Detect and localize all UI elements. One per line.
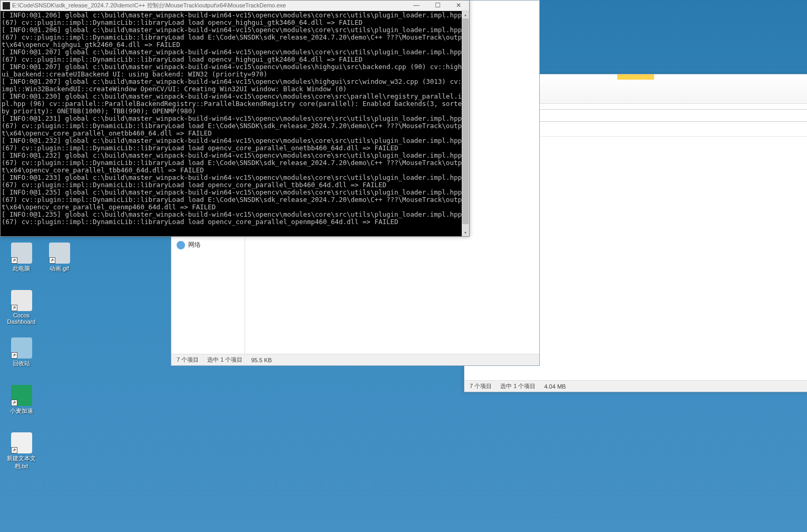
icon-label: 回收站: [4, 360, 38, 367]
desktop-icon[interactable]: ↗此电脑: [4, 243, 38, 273]
console-scrollbar[interactable]: ▴▾: [462, 11, 469, 236]
app-icon: ↗: [11, 432, 32, 453]
maximize-button[interactable]: ☐: [427, 1, 448, 11]
minimize-button[interactable]: —: [406, 1, 427, 11]
console-text: [ INFO:0@1.206] global c:\build\master_w…: [2, 11, 469, 226]
shortcut-icon: ↗: [11, 257, 17, 264]
network-icon: [177, 241, 185, 249]
desktop-icon[interactable]: ↗回收站: [4, 337, 38, 367]
shortcut-icon: ↗: [11, 352, 17, 359]
status-items: 7 个项目: [177, 356, 199, 364]
nav-item-network[interactable]: 网络: [174, 239, 241, 250]
scroll-down-icon[interactable]: ▾: [462, 229, 469, 236]
app-icon: ↗: [49, 243, 70, 264]
shortcut-icon: ↗: [49, 257, 55, 264]
scroll-thumb[interactable]: [462, 18, 469, 224]
cmd-icon: [3, 2, 10, 9]
status-bar-left: 7 个项目 选中 1 个项目 95.5 KB: [171, 354, 539, 365]
close-button[interactable]: ✕: [448, 1, 469, 11]
status-size: 95.5 KB: [251, 357, 271, 363]
nav-item-label: 网络: [188, 240, 201, 249]
status-size: 4.04 MB: [544, 383, 566, 390]
desktop-icon[interactable]: ↗Cocos Dashboard: [4, 290, 38, 325]
file-pane-left[interactable]: [245, 237, 539, 354]
status-selected: 选中 1 个项目: [500, 382, 536, 390]
icon-label: Cocos Dashboard: [4, 312, 38, 325]
shortcut-icon: ↗: [11, 400, 17, 406]
status-bar-right: 7 个项目 选中 1 个项目 4.04 MB: [464, 380, 807, 392]
desktop-icon[interactable]: ↗动画.gif: [42, 243, 76, 273]
scroll-up-icon[interactable]: ▴: [462, 11, 469, 18]
console-window[interactable]: E:\Code\SNSDK\sdk_release_2024.7.20\demo…: [0, 0, 470, 237]
icon-label: 此电脑: [4, 265, 38, 273]
desktop-icon[interactable]: ↗小麦加速: [4, 385, 38, 415]
app-icon: ↗: [11, 243, 32, 264]
icon-label: 动画.gif: [42, 265, 76, 273]
status-selected: 选中 1 个项目: [207, 356, 242, 364]
shortcut-icon: ↗: [11, 447, 17, 453]
nav-pane: 网络: [171, 237, 245, 354]
console-titlebar[interactable]: E:\Code\SNSDK\sdk_release_2024.7.20\demo…: [1, 1, 469, 11]
icon-label: 小麦加速: [4, 407, 38, 415]
icon-label: 新建文本文档.txt: [4, 454, 38, 470]
console-output[interactable]: [ INFO:0@1.206] global c:\build\master_w…: [1, 11, 469, 236]
console-title: E:\Code\SNSDK\sdk_release_2024.7.20\demo…: [12, 2, 406, 9]
shortcut-icon: ↗: [11, 305, 17, 311]
app-icon: ↗: [11, 337, 32, 359]
app-icon: ↗: [11, 290, 32, 311]
app-icon: ↗: [11, 385, 32, 406]
status-items: 7 个项目: [470, 382, 492, 390]
desktop-icon[interactable]: ↗新建文本文档.txt: [4, 432, 38, 470]
